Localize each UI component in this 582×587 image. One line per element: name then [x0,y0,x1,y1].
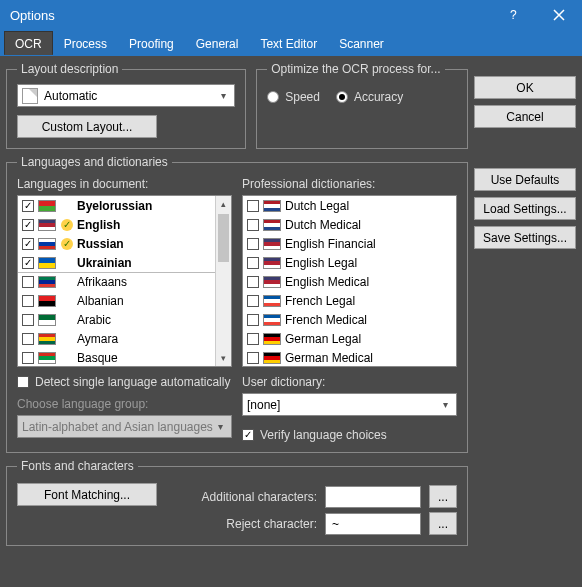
list-item[interactable]: Russian [18,234,215,253]
language-name: English [77,218,120,232]
font-matching-button[interactable]: Font Matching... [17,483,157,506]
list-item[interactable]: French Legal [243,291,456,310]
checkbox-icon [22,200,34,212]
list-item[interactable]: German Legal [243,329,456,348]
use-defaults-button[interactable]: Use Defaults [474,168,576,191]
titlebar: Options ? [0,0,582,30]
flag-icon [263,238,281,250]
checkbox-icon [247,352,259,364]
layout-combo[interactable]: Automatic ▾ [17,84,235,107]
dict-icon [60,237,73,250]
chevron-down-icon: ▾ [214,421,227,432]
help-button[interactable]: ? [490,0,536,30]
tab-scanner[interactable]: Scanner [328,31,395,55]
checkbox-icon [247,333,259,345]
flag-icon [263,295,281,307]
scrollbar[interactable]: ▴ ▾ [215,196,231,366]
checkbox-icon [242,429,254,441]
group-label: Choose language group: [17,397,232,411]
verify-checkbox[interactable]: Verify language choices [242,428,457,442]
fonts-group: Fonts and characters Font Matching... Ad… [6,459,468,546]
language-name: Afrikaans [77,275,127,289]
checkbox-icon [22,352,34,364]
checkbox-icon [247,314,259,326]
checkbox-icon [17,376,29,388]
flag-icon [263,219,281,231]
checkbox-icon [22,333,34,345]
reject-char-input[interactable]: ~ [325,513,421,535]
checkbox-icon [247,219,259,231]
dictionary-name: Dutch Legal [285,199,349,213]
flag-icon [38,314,56,326]
radio-icon [336,91,348,103]
list-item[interactable]: Basque [18,348,215,366]
dict-icon [60,218,73,231]
list-item[interactable]: German Medical [243,348,456,366]
additional-chars-input[interactable] [325,486,421,508]
list-item[interactable]: Afrikaans [18,272,215,291]
radio-icon [267,91,279,103]
language-group-value: Latin-alphabet and Asian languages [22,420,213,434]
reject-char-browse-button[interactable]: ... [429,512,457,535]
detect-single-checkbox[interactable]: Detect single language automatically [17,375,232,389]
flag-icon [263,333,281,345]
list-item[interactable]: English [18,215,215,234]
list-item[interactable]: English Legal [243,253,456,272]
languages-group-title: Languages and dictionaries [17,155,172,169]
list-item[interactable]: Albanian [18,291,215,310]
flag-icon [38,257,56,269]
close-button[interactable] [536,0,582,30]
scroll-down-button[interactable]: ▾ [216,350,231,366]
reject-char-label: Reject character: [226,517,317,531]
list-item[interactable]: French Medical [243,310,456,329]
load-settings-button[interactable]: Load Settings... [474,197,576,220]
flag-icon [263,352,281,364]
tab-proofing[interactable]: Proofing [118,31,185,55]
checkbox-icon [22,314,34,326]
radio-accuracy[interactable]: Accuracy [336,90,403,104]
chevron-down-icon: ▾ [439,399,452,410]
layout-group-title: Layout description [17,62,122,76]
prof-listbox[interactable]: Dutch LegalDutch MedicalEnglish Financia… [242,195,457,367]
scroll-thumb[interactable] [218,214,229,262]
ok-button[interactable]: OK [474,76,576,99]
dict-icon [60,256,73,269]
language-name: Albanian [77,294,124,308]
list-item[interactable]: Dutch Medical [243,215,456,234]
list-item[interactable]: Ukrainian [18,253,215,272]
detect-single-label: Detect single language automatically [35,375,230,389]
additional-chars-browse-button[interactable]: ... [429,485,457,508]
dict-icon [60,199,73,212]
list-item[interactable]: Dutch Legal [243,196,456,215]
dictionary-name: English Financial [285,237,376,251]
scroll-up-button[interactable]: ▴ [216,196,231,212]
custom-layout-button[interactable]: Custom Layout... [17,115,157,138]
radio-speed[interactable]: Speed [267,90,320,104]
list-item[interactable]: English Financial [243,234,456,253]
radio-accuracy-label: Accuracy [354,90,403,104]
flag-icon [263,200,281,212]
list-item[interactable]: Byelorussian [18,196,215,215]
languages-listbox[interactable]: ByelorussianEnglishRussianUkrainianAfrik… [17,195,232,367]
list-item[interactable]: Arabic [18,310,215,329]
tab-ocr[interactable]: OCR [4,31,53,55]
dictionary-name: English Legal [285,256,357,270]
flag-icon [38,333,56,345]
checkbox-icon [22,219,34,231]
save-settings-button[interactable]: Save Settings... [474,226,576,249]
tab-text-editor[interactable]: Text Editor [249,31,328,55]
chevron-down-icon: ▾ [217,90,230,101]
additional-chars-label: Additional characters: [202,490,317,504]
cancel-button[interactable]: Cancel [474,105,576,128]
tab-general[interactable]: General [185,31,250,55]
flag-icon [38,238,56,250]
dictionary-name: German Legal [285,332,361,346]
tab-process[interactable]: Process [53,31,118,55]
list-item[interactable]: English Medical [243,272,456,291]
language-name: Russian [77,237,124,251]
flag-icon [38,200,56,212]
checkbox-icon [22,238,34,250]
user-dict-combo[interactable]: [none] ▾ [242,393,457,416]
list-item[interactable]: Aymara [18,329,215,348]
checkbox-icon [247,276,259,288]
